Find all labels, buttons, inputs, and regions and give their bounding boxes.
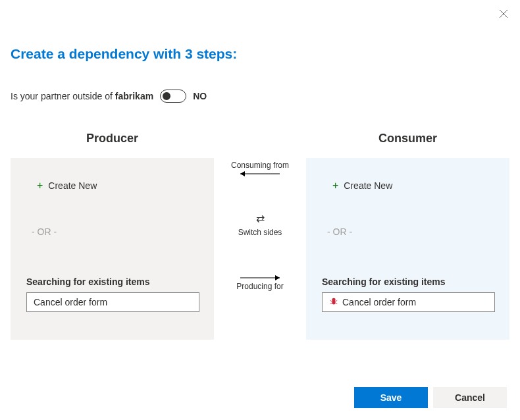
plus-icon: +: [37, 180, 43, 191]
svg-marker-3: [275, 275, 280, 280]
producer-create-new-button[interactable]: + Create New: [26, 180, 199, 191]
save-button[interactable]: Save: [354, 387, 428, 408]
producer-create-label: Create New: [48, 180, 97, 191]
close-icon[interactable]: [499, 9, 508, 20]
consumer-create-label: Create New: [344, 180, 392, 191]
producer-search-input[interactable]: [34, 297, 192, 307]
consumer-heading: Consumer: [306, 132, 509, 145]
svg-marker-1: [240, 171, 245, 176]
partner-toggle[interactable]: [160, 90, 186, 103]
svg-line-7: [336, 300, 338, 302]
switch-sides-button[interactable]: Switch sides: [238, 228, 282, 237]
consuming-from-label: Consuming from: [231, 161, 289, 170]
partner-prefix: Is your partner outside of: [11, 91, 115, 101]
producing-for-label: Producing for: [236, 282, 283, 291]
arrow-left-icon: [237, 170, 283, 178]
svg-line-6: [330, 300, 332, 302]
producer-search-label: Searching for existing items: [26, 276, 199, 287]
cancel-button[interactable]: Cancel: [433, 387, 507, 408]
consumer-or-text: - OR -: [322, 226, 495, 237]
svg-rect-5: [332, 300, 335, 304]
partner-org: fabrikam: [115, 91, 153, 101]
bug-icon: [329, 297, 338, 308]
dialog-buttons: Save Cancel: [354, 387, 507, 408]
producer-or-text: - OR -: [26, 226, 199, 237]
producer-heading: Producer: [11, 132, 214, 145]
consumer-create-new-button[interactable]: + Create New: [322, 180, 495, 191]
partner-toggle-value: NO: [193, 91, 207, 101]
partner-question-row: Is your partner outside of fabrikam NO: [11, 90, 509, 103]
toggle-knob: [163, 92, 170, 100]
consumer-search-input-wrap[interactable]: [322, 292, 495, 312]
arrow-right-icon: [237, 274, 283, 282]
middle-column: Consuming from ⇄ Switch sides Producing …: [214, 132, 306, 352]
svg-line-8: [330, 303, 332, 303]
partner-label: Is your partner outside of fabrikam: [11, 91, 153, 101]
consumer-panel: Consumer + Create New - OR - Searching f…: [306, 132, 509, 352]
plus-icon: +: [332, 180, 338, 191]
producer-panel: Producer + Create New - OR - Searching f…: [11, 132, 214, 352]
consumer-search-input[interactable]: [342, 297, 488, 307]
producer-search-input-wrap[interactable]: [26, 292, 199, 312]
page-title: Create a dependency with 3 steps:: [11, 46, 509, 62]
svg-line-9: [336, 303, 338, 303]
swap-icon[interactable]: ⇄: [256, 213, 265, 224]
consumer-search-label: Searching for existing items: [322, 276, 495, 287]
